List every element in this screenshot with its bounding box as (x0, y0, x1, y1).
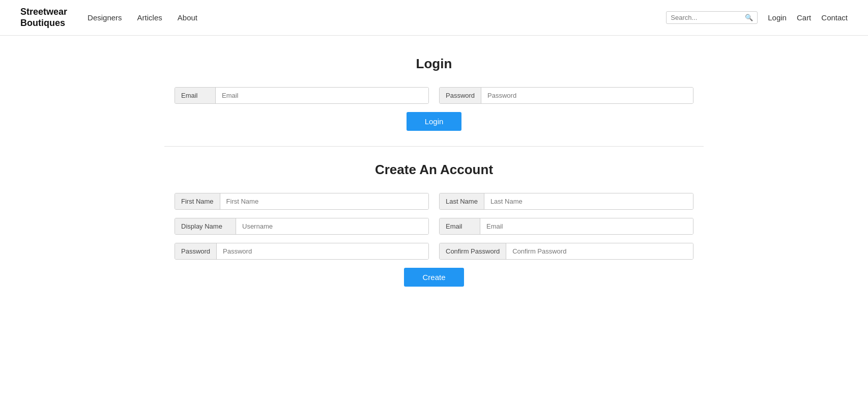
register-password-label: Password (175, 243, 217, 259)
register-password-field-group: Password (175, 243, 429, 260)
register-email-field-group: Email (439, 218, 693, 235)
search-input[interactable] (671, 14, 743, 21)
first-name-field-group: First Name (175, 193, 429, 210)
brand-logo[interactable]: Streetwear Boutiques (20, 7, 67, 29)
confirm-password-label: Confirm Password (440, 243, 506, 259)
search-box[interactable]: 🔍 (666, 11, 758, 24)
login-submit-area: Login (175, 112, 693, 131)
register-row-3: Password Confirm Password (175, 243, 693, 260)
login-button[interactable]: Login (407, 112, 462, 131)
register-email-label: Email (440, 218, 480, 234)
login-section: Login Email Password Login (175, 56, 693, 131)
create-button[interactable]: Create (404, 268, 464, 287)
navbar: Streetwear Boutiques Designers Articles … (0, 0, 868, 36)
register-row-1: First Name Last Name (175, 193, 693, 210)
nav-links: Designers Articles About (88, 13, 666, 22)
nav-designers[interactable]: Designers (88, 13, 122, 22)
login-email-input[interactable] (216, 88, 428, 103)
first-name-label: First Name (175, 193, 220, 209)
confirm-password-field-group: Confirm Password (439, 243, 693, 260)
nav-right: 🔍 Login Cart Contact (666, 11, 848, 24)
login-title: Login (175, 56, 693, 72)
password-field-group: Password (439, 87, 693, 104)
section-divider (164, 146, 704, 147)
nav-cart-link[interactable]: Cart (797, 13, 811, 22)
nav-about[interactable]: About (178, 13, 197, 22)
confirm-password-input[interactable] (506, 243, 693, 259)
search-icon: 🔍 (745, 14, 753, 21)
register-row-2: Display Name Email (175, 218, 693, 235)
last-name-input[interactable] (484, 193, 693, 209)
last-name-field-group: Last Name (439, 193, 693, 210)
first-name-input[interactable] (220, 193, 428, 209)
display-name-field-group: Display Name (175, 218, 429, 235)
login-form-row-1: Email Password (175, 87, 693, 104)
register-section: Create An Account First Name Last Name D… (175, 162, 693, 287)
email-label: Email (175, 88, 216, 103)
nav-contact-link[interactable]: Contact (821, 13, 848, 22)
last-name-label: Last Name (440, 193, 484, 209)
register-submit-area: Create (175, 268, 693, 287)
login-password-input[interactable] (481, 88, 693, 103)
email-field-group: Email (175, 87, 429, 104)
register-email-input[interactable] (480, 218, 693, 234)
register-password-input[interactable] (217, 243, 428, 259)
display-name-label: Display Name (175, 218, 236, 234)
nav-login-link[interactable]: Login (768, 13, 787, 22)
register-title: Create An Account (175, 162, 693, 178)
display-name-input[interactable] (236, 218, 428, 234)
main-content: Login Email Password Login Create An Acc… (154, 36, 714, 317)
password-label: Password (440, 88, 481, 103)
nav-articles[interactable]: Articles (137, 13, 162, 22)
